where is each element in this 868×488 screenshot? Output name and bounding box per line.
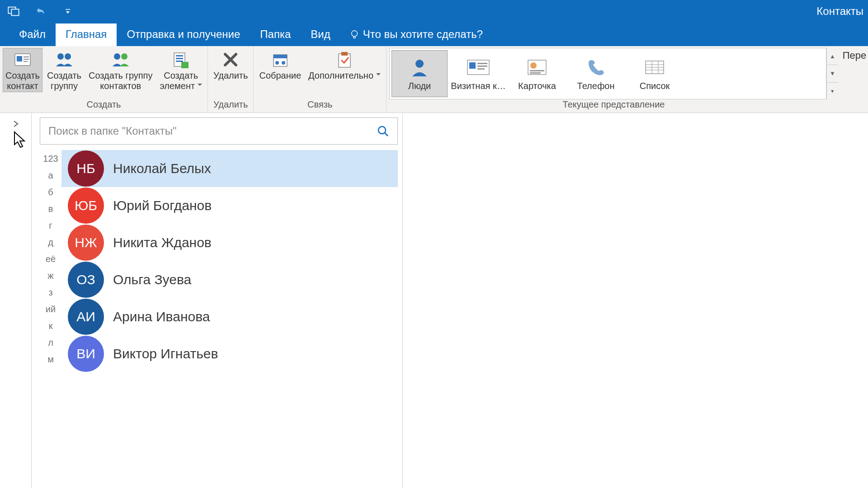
view-card[interactable]: Карточка — [509, 50, 565, 97]
undo-icon[interactable] — [32, 3, 50, 19]
app-title: Контакты — [816, 5, 863, 18]
svg-rect-28 — [477, 63, 487, 64]
lightbulb-icon — [349, 29, 359, 39]
tell-me-label: Что вы хотите сделать? — [363, 28, 483, 41]
svg-rect-2 — [66, 9, 70, 10]
contact-list-pane: 123абвгдеёжзийклм НБНиколай БелыхЮБЮрий … — [32, 113, 402, 488]
card-icon — [526, 58, 548, 76]
tell-me-search[interactable]: Что вы хотите сделать? — [340, 23, 492, 46]
new-contact-group-button[interactable]: Создать группу контактов — [86, 48, 155, 92]
alphabet-index-letter[interactable]: л — [48, 338, 53, 348]
gallery-expand[interactable]: ▾ — [827, 83, 838, 99]
alphabet-index-letter[interactable]: 123 — [43, 154, 58, 164]
people-group-add-icon — [111, 50, 131, 69]
view-people[interactable]: Люди — [392, 50, 448, 97]
svg-rect-27 — [469, 62, 476, 69]
alphabet-index-letter[interactable]: в — [48, 204, 53, 214]
tab-folder[interactable]: Папка — [250, 23, 301, 46]
gallery-scroll: ▲ ▼ ▾ — [826, 48, 838, 99]
ribbon-group-communicate-label: Связь — [256, 99, 383, 112]
contact-row[interactable]: АИАрина Иванова — [61, 298, 398, 335]
new-contact-button[interactable]: Создать контакт — [3, 48, 42, 92]
contact-row[interactable]: ОЗОльга Зуева — [61, 261, 398, 298]
avatar: ВИ — [68, 336, 104, 372]
view-list[interactable]: Список — [627, 50, 683, 97]
ribbon-overflow[interactable]: Пере — [841, 46, 868, 113]
window-icon[interactable] — [5, 3, 23, 19]
svg-rect-15 — [176, 55, 183, 56]
meeting-button[interactable]: Собрание — [256, 48, 304, 82]
gallery-scroll-down[interactable]: ▼ — [827, 65, 838, 82]
chevron-right-icon — [12, 120, 19, 127]
ribbon-group-create-label: Создать — [3, 99, 205, 112]
svg-point-13 — [121, 53, 127, 60]
svg-rect-9 — [24, 61, 28, 62]
delete-button[interactable]: Удалить — [211, 48, 250, 82]
contact-row[interactable]: НЖНикита Жданов — [61, 224, 398, 261]
avatar: ОЗ — [68, 262, 104, 298]
view-phone[interactable]: Телефон — [568, 50, 624, 97]
contact-row[interactable]: ВИВиктор Игнатьев — [61, 335, 398, 372]
contact-row[interactable]: НБНиколай Белых — [61, 150, 398, 187]
avatar: АИ — [68, 299, 104, 335]
new-group-button[interactable]: Создать группу — [44, 48, 84, 92]
contact-row[interactable]: ЮБЮрий Богданов — [61, 187, 398, 224]
contact-name: Николай Белых — [113, 161, 211, 176]
ribbon-group-current-view-label: Текущее представление — [389, 99, 838, 112]
more-communicate-button[interactable]: Дополнительно — [306, 48, 383, 82]
svg-rect-4 — [354, 37, 355, 38]
contact-card-icon — [13, 50, 32, 69]
avatar: ЮБ — [68, 188, 104, 224]
alphabet-index-letter[interactable]: а — [48, 170, 53, 181]
new-item-button[interactable]: Создать элемент — [157, 48, 205, 92]
svg-point-32 — [530, 62, 537, 69]
ribbon-tabs: Файл Главная Отправка и получение Папка … — [0, 23, 868, 46]
calendar-meeting-icon — [271, 50, 290, 69]
tab-file[interactable]: Файл — [9, 23, 56, 46]
svg-rect-34 — [530, 72, 541, 74]
svg-point-22 — [282, 61, 285, 65]
contact-name: Юрий Богданов — [113, 198, 212, 213]
contact-name: Арина Иванова — [113, 309, 210, 324]
search-input[interactable] — [48, 125, 377, 137]
svg-point-21 — [275, 61, 279, 65]
alphabet-index-letter[interactable]: б — [48, 187, 53, 197]
ribbon-group-delete-label: Удалить — [211, 99, 250, 112]
alphabet-index-letter[interactable]: её — [46, 254, 56, 264]
alphabet-index-letter[interactable]: к — [49, 321, 53, 331]
contact-details-pane — [402, 113, 868, 488]
alphabet-index-letter[interactable]: з — [48, 287, 52, 298]
svg-rect-1 — [11, 9, 19, 15]
tab-send-receive[interactable]: Отправка и получение — [117, 23, 250, 46]
alphabet-index-letter[interactable]: г — [49, 221, 52, 231]
search-box[interactable] — [40, 117, 398, 145]
svg-rect-17 — [176, 61, 183, 62]
sidebar-expand-toggle[interactable] — [0, 113, 32, 488]
svg-rect-24 — [341, 52, 348, 56]
view-business-card[interactable]: Визитная к… — [450, 50, 506, 97]
ribbon-group-create: Создать контакт Создать группу Создать г… — [0, 46, 208, 113]
ribbon-group-communicate: Собрание Дополнительно Связь — [254, 46, 387, 113]
ribbon-group-current-view: Люди Визитная к… Карточка Телефон Список — [387, 46, 841, 113]
contact-name: Виктор Игнатьев — [113, 346, 218, 361]
avatar: НБ — [68, 150, 104, 187]
search-icon[interactable] — [377, 125, 389, 137]
svg-rect-23 — [339, 54, 350, 67]
new-item-icon — [171, 50, 190, 69]
alphabet-index-letter[interactable]: м — [47, 354, 54, 365]
contact-list: НБНиколай БелыхЮБЮрий БогдановНЖНикита Ж… — [61, 150, 398, 488]
svg-rect-7 — [24, 56, 29, 57]
svg-rect-6 — [17, 56, 22, 61]
ribbon: Создать контакт Создать группу Создать г… — [0, 46, 868, 113]
tab-view[interactable]: Вид — [301, 23, 340, 46]
alphabet-index-letter[interactable]: ий — [46, 304, 56, 314]
alphabet-index-letter[interactable]: д — [48, 237, 53, 248]
delete-x-icon — [222, 51, 240, 69]
quick-access-dropdown-icon[interactable] — [59, 3, 77, 19]
svg-rect-20 — [274, 55, 287, 58]
alphabet-index-letter[interactable]: ж — [47, 271, 53, 281]
gallery-scroll-up[interactable]: ▲ — [827, 48, 838, 65]
svg-rect-29 — [477, 66, 487, 67]
svg-rect-8 — [24, 59, 29, 60]
tab-home[interactable]: Главная — [56, 23, 117, 46]
